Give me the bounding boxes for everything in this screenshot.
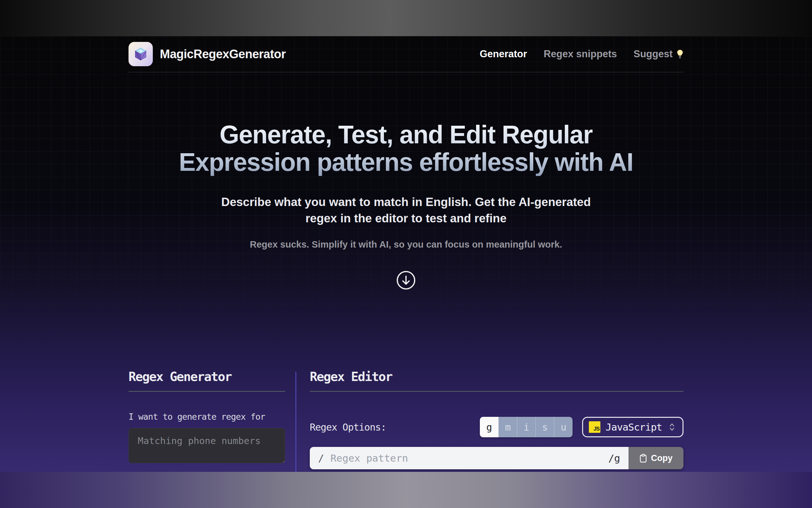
flag-u-toggle[interactable]: u [554,417,573,437]
hero-section: Generate, Test, and Edit Regular Express… [0,121,812,472]
pattern-row: / /g Copy [310,447,683,469]
logo-cube-icon [129,42,153,66]
column-divider [295,371,296,472]
hero-subtitle: Describe what you want to match in Engli… [0,194,812,226]
generator-heading: Regex Generator [129,370,285,392]
brand-name: MagicRegexGenerator [160,47,286,61]
hero-subtitle-line2: regex in the editor to test and refine [305,212,507,225]
nav-suggest[interactable]: Suggest [634,48,683,60]
arrow-down-circle-icon [396,270,416,291]
copy-button-label: Copy [651,453,673,463]
clipboard-icon [639,454,647,463]
nav-regex-snippets[interactable]: Regex snippets [544,48,617,60]
nav: Generator Regex snippets Suggest [480,48,683,60]
copy-button[interactable]: Copy [628,447,683,469]
flag-g-toggle[interactable]: g [480,417,498,437]
header: MagicRegexGenerator Generator Regex snip… [129,36,683,72]
regex-generator-panel: Regex Generator I want to generate regex… [129,370,285,472]
generator-input[interactable] [129,428,285,463]
lightbulb-icon [676,49,683,59]
tools-section: Regex Generator I want to generate regex… [129,370,683,472]
hero-subtitle-line1: Describe what you want to match in Engli… [221,196,591,209]
pattern-open-slash: / [318,452,324,464]
main-content: MagicRegexGenerator Generator Regex snip… [0,36,812,472]
regex-options-label: Regex Options: [310,422,386,433]
pattern-close-flags: /g [608,452,620,464]
page: MagicRegexGenerator Generator Regex snip… [0,0,812,508]
nav-suggest-label: Suggest [634,48,673,60]
scroll-down-button[interactable] [396,270,416,290]
flag-i-toggle[interactable]: i [517,417,535,437]
brand[interactable]: MagicRegexGenerator [129,42,286,66]
chevron-updown-icon [669,423,675,431]
language-select-value: JavaScript [606,421,662,433]
regex-options-row: Regex Options: g m i s u JS Ja [310,417,683,437]
regex-editor-panel: Regex Editor Regex Options: g m i s u [310,370,683,472]
regex-pattern-input[interactable] [330,452,605,464]
page-title-line1: Generate, Test, and Edit Regular [0,121,812,149]
page-title: Generate, Test, and Edit Regular Express… [0,121,812,176]
bottom-blur-band [0,472,812,508]
flag-m-toggle[interactable]: m [498,417,517,437]
language-select[interactable]: JS JavaScript [582,417,683,437]
top-blur-band [0,0,812,36]
editor-heading: Regex Editor [310,370,683,392]
regex-flags-group: g m i s u [480,417,573,437]
regex-options-controls: g m i s u JS JavaScript [480,417,683,437]
flag-s-toggle[interactable]: s [535,417,554,437]
page-title-line2: Expression patterns effortlessly with AI [0,149,812,176]
pattern-field[interactable]: / /g [310,447,628,469]
javascript-icon: JS [589,421,601,433]
hero-tagline: Regex sucks. Simplify it with AI, so you… [0,239,812,250]
generator-prompt-label: I want to generate regex for [129,412,285,422]
nav-generator[interactable]: Generator [480,48,527,60]
